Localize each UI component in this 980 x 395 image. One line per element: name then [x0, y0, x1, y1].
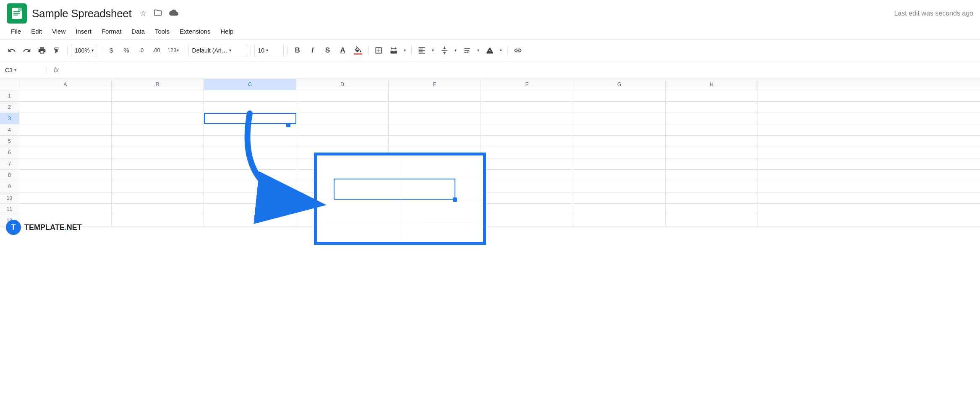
- cell-a2[interactable]: [19, 102, 112, 113]
- cell-c9[interactable]: [204, 181, 296, 192]
- cell-a10[interactable]: [19, 192, 112, 203]
- menu-edit[interactable]: Edit: [27, 26, 46, 37]
- cell-b6[interactable]: [112, 147, 204, 158]
- col-header-d[interactable]: D: [296, 79, 389, 90]
- strikethrough-button[interactable]: S: [321, 44, 335, 57]
- cell-b1[interactable]: [112, 90, 204, 101]
- percent-button[interactable]: %: [120, 44, 133, 57]
- cell-f1[interactable]: [481, 90, 573, 101]
- h-align-arrow-icon[interactable]: ▾: [430, 44, 436, 57]
- cell-b12[interactable]: [112, 215, 204, 226]
- cell-f7[interactable]: [481, 158, 573, 169]
- cell-d1[interactable]: [296, 90, 389, 101]
- cell-b3[interactable]: [112, 113, 204, 124]
- cell-reference[interactable]: C3 ▾: [5, 67, 47, 74]
- undo-button[interactable]: [5, 44, 18, 57]
- cell-c12[interactable]: [204, 215, 296, 226]
- menu-file[interactable]: File: [7, 26, 25, 37]
- decimal-00-button[interactable]: .00: [150, 44, 163, 57]
- cell-f2[interactable]: [481, 102, 573, 113]
- v-align-button[interactable]: [438, 44, 451, 57]
- row-num-4[interactable]: 4: [0, 124, 19, 135]
- cell-f12[interactable]: [481, 215, 573, 226]
- cell-g11[interactable]: [573, 204, 666, 215]
- cell-h9[interactable]: [666, 181, 758, 192]
- format-123-button[interactable]: 123 ▾: [165, 44, 181, 57]
- cell-h7[interactable]: [666, 158, 758, 169]
- cell-c10[interactable]: [204, 192, 296, 203]
- cell-h10[interactable]: [666, 192, 758, 203]
- menu-format[interactable]: Format: [97, 26, 126, 37]
- fill-color-button[interactable]: [351, 44, 365, 57]
- cell-e5[interactable]: [389, 136, 481, 147]
- cell-c3[interactable]: [204, 113, 296, 124]
- cell-f9[interactable]: [481, 181, 573, 192]
- zoom-control[interactable]: 100% ▾: [71, 44, 97, 57]
- cell-a11[interactable]: [19, 204, 112, 215]
- cell-ref-dropdown-icon[interactable]: ▾: [14, 68, 16, 72]
- italic-button[interactable]: I: [306, 44, 319, 57]
- text-wrap-arrow-icon[interactable]: ▾: [476, 44, 481, 57]
- cell-f3[interactable]: [481, 113, 573, 124]
- font-selector[interactable]: Default (Ari… ▾: [188, 44, 247, 57]
- print-button[interactable]: [35, 44, 49, 57]
- cell-g10[interactable]: [573, 192, 666, 203]
- cell-d3[interactable]: [296, 113, 389, 124]
- col-header-e[interactable]: E: [389, 79, 481, 90]
- currency-button[interactable]: $: [105, 44, 118, 57]
- col-header-g[interactable]: G: [573, 79, 666, 90]
- row-num-7[interactable]: 7: [0, 158, 19, 169]
- row-num-3[interactable]: 3: [0, 113, 19, 124]
- col-header-a[interactable]: A: [19, 79, 112, 90]
- cell-c7[interactable]: [204, 158, 296, 169]
- cell-b7[interactable]: [112, 158, 204, 169]
- menu-view[interactable]: View: [48, 26, 70, 37]
- cell-h8[interactable]: [666, 170, 758, 181]
- cell-g12[interactable]: [573, 215, 666, 226]
- paint-format-button[interactable]: [50, 44, 64, 57]
- cell-e3[interactable]: [389, 113, 481, 124]
- cell-g5[interactable]: [573, 136, 666, 147]
- merge-arrow-icon[interactable]: ▾: [402, 44, 408, 57]
- cell-h2[interactable]: [666, 102, 758, 113]
- underline-button[interactable]: A: [336, 44, 350, 57]
- cell-e1[interactable]: [389, 90, 481, 101]
- cell-g2[interactable]: [573, 102, 666, 113]
- cell-a8[interactable]: [19, 170, 112, 181]
- cell-f10[interactable]: [481, 192, 573, 203]
- col-header-h[interactable]: H: [666, 79, 758, 90]
- cell-g1[interactable]: [573, 90, 666, 101]
- col-header-c[interactable]: C: [204, 79, 296, 90]
- cell-f8[interactable]: [481, 170, 573, 181]
- cell-f11[interactable]: [481, 204, 573, 215]
- cell-h1[interactable]: [666, 90, 758, 101]
- font-size-control[interactable]: 10 ▾: [254, 44, 284, 57]
- cloud-icon[interactable]: [169, 8, 178, 19]
- rotate-button[interactable]: [483, 44, 497, 57]
- bold-button[interactable]: B: [291, 44, 304, 57]
- cell-h3[interactable]: [666, 113, 758, 124]
- cell-a4[interactable]: [19, 124, 112, 135]
- row-num-5[interactable]: 5: [0, 136, 19, 147]
- cell-d4[interactable]: [296, 124, 389, 135]
- decimal-0-button[interactable]: .0: [135, 44, 148, 57]
- cell-g9[interactable]: [573, 181, 666, 192]
- col-header-b[interactable]: B: [112, 79, 204, 90]
- cell-g4[interactable]: [573, 124, 666, 135]
- row-num-10[interactable]: 10: [0, 192, 19, 203]
- cell-a5[interactable]: [19, 136, 112, 147]
- cell-a6[interactable]: [19, 147, 112, 158]
- cell-h12[interactable]: [666, 215, 758, 226]
- cell-a9[interactable]: [19, 181, 112, 192]
- cell-a3[interactable]: [19, 113, 112, 124]
- cell-b5[interactable]: [112, 136, 204, 147]
- cell-g8[interactable]: [573, 170, 666, 181]
- h-align-button[interactable]: [415, 44, 429, 57]
- cell-b8[interactable]: [112, 170, 204, 181]
- cell-c8[interactable]: [204, 170, 296, 181]
- borders-button[interactable]: [372, 44, 385, 57]
- cell-e2[interactable]: [389, 102, 481, 113]
- col-header-f[interactable]: F: [481, 79, 573, 90]
- rotate-arrow-icon[interactable]: ▾: [498, 44, 504, 57]
- cell-h11[interactable]: [666, 204, 758, 215]
